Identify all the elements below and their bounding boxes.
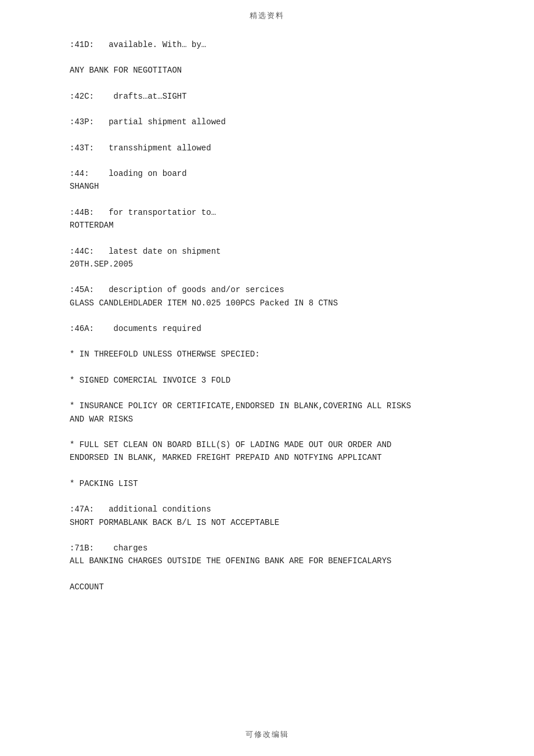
field-47a-line1: :47A: additional conditions [70,503,476,516]
field-41d-line1: :41D: available. With… by… [70,38,476,51]
field-43p-line1: :43P: partial shipment allowed [70,116,476,128]
field-46a-item3-line2: AND WAR RISKS [70,413,476,426]
field-45a-line2: GLASS CANDLEHDLADER ITEM NO.025 100PCS P… [70,297,476,309]
field-44-line1: :44: loading on board [70,167,476,180]
field-43p-block: :43P: partial shipment allowed [70,116,476,128]
field-46a-line1: :46A: documents required [70,322,476,335]
field-71b-cont-block: ACCOUNT [70,581,476,593]
top-watermark: 精选资料 [0,0,534,27]
field-46a-item5-block: * PACKING LIST [70,477,476,490]
bottom-watermark: 可修改编辑 [0,718,534,750]
field-44-line2: SHANGH [70,180,476,193]
field-44b-line1: :44B: for transportatior to… [70,206,476,219]
field-46a-item4-line2: ENDORSED IN BLANK, MARKED FREIGHT PREPAI… [70,451,476,464]
field-44-block: :44: loading on board SHANGH [70,167,476,193]
field-46a-item3-line1: * INSURANCE POLICY OR CERTIFICATE,ENDORS… [70,399,476,412]
field-44c-line2: 20TH.SEP.2005 [70,258,476,271]
field-44c-line1: :44C: latest date on shipment [70,245,476,258]
field-43t-line1: :43T: transshipment allowed [70,142,476,154]
field-45a-block: :45A: description of goods and/or sercic… [70,283,476,309]
field-43t-block: :43T: transshipment allowed [70,142,476,154]
field-46a-item4-line1: * FULL SET CLEAN ON BOARD BILL(S) OF LAD… [70,438,476,451]
page-wrapper: 精选资料 :41D: available. With… by… ANY BANK… [0,0,534,756]
field-46a-item3-block: * INSURANCE POLICY OR CERTIFICATE,ENDORS… [70,399,476,426]
content-area: :41D: available. With… by… ANY BANK FOR … [0,27,534,629]
field-45a-line1: :45A: description of goods and/or sercic… [70,283,476,296]
field-71b-block: :71B: charges ALL BANKING CHARGES OUTSID… [70,542,476,568]
field-71b-cont-line1: ACCOUNT [70,581,476,593]
field-46a-item1-line1: * IN THREEFOLD UNLESS OTHERWSE SPECIED: [70,348,476,361]
field-anybank-block: ANY BANK FOR NEGOTITAON [70,64,476,77]
field-44c-block: :44C: latest date on shipment 20TH.SEP.2… [70,245,476,271]
field-46a-item5-line1: * PACKING LIST [70,477,476,490]
field-71b-line2: ALL BANKING CHARGES OUTSIDE THE OFENING … [70,555,476,567]
field-46a-item4-block: * FULL SET CLEAN ON BOARD BILL(S) OF LAD… [70,438,476,465]
field-47a-line2: SHORT PORMABLANK BACK B/L IS NOT ACCEPTA… [70,516,476,529]
field-46a-item2-line1: * SIGNED COMERCIAL INVOICE 3 FOLD [70,374,476,387]
field-47a-block: :47A: additional conditions SHORT PORMAB… [70,503,476,529]
field-44b-line2: ROTTERDAM [70,219,476,232]
field-41d-block: :41D: available. With… by… [70,38,476,51]
field-46a-item2-block: * SIGNED COMERCIAL INVOICE 3 FOLD [70,374,476,387]
field-42c-line1: :42C: drafts…at…SIGHT [70,90,476,103]
field-46a-item1-block: * IN THREEFOLD UNLESS OTHERWSE SPECIED: [70,348,476,361]
field-44b-block: :44B: for transportatior to… ROTTERDAM [70,206,476,232]
field-46a-block: :46A: documents required [70,322,476,335]
field-anybank-line1: ANY BANK FOR NEGOTITAON [70,64,476,77]
field-71b-line1: :71B: charges [70,542,476,555]
field-42c-block: :42C: drafts…at…SIGHT [70,90,476,103]
